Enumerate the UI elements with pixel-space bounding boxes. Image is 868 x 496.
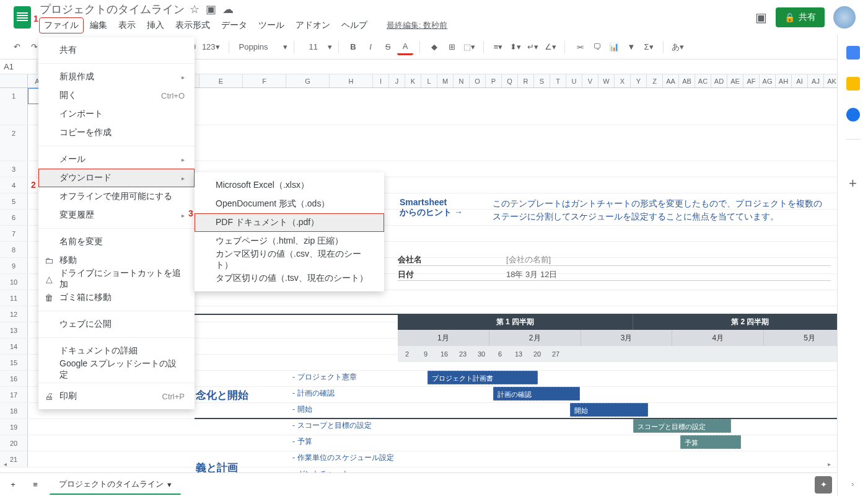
bold-button[interactable]: B xyxy=(345,39,361,55)
column-header[interactable]: Z xyxy=(647,74,663,87)
gantt-task-label[interactable]: -予算 xyxy=(292,436,312,447)
menu-format[interactable]: 表示形式 xyxy=(171,18,214,33)
explore-button[interactable]: ✦ xyxy=(815,476,832,494)
row-header[interactable]: 2 xyxy=(0,125,28,161)
column-header[interactable]: Q xyxy=(502,74,518,87)
column-header[interactable]: AC xyxy=(695,74,711,87)
download-ods[interactable]: OpenDocument 形式（.ods） xyxy=(195,195,384,213)
rotate-button[interactable]: ∠▾ xyxy=(542,39,558,55)
menu-addons[interactable]: アドオン xyxy=(291,18,335,33)
file-menu-offline[interactable]: オフラインで使用可能にする xyxy=(38,187,195,206)
column-header[interactable]: E xyxy=(199,74,243,87)
document-title[interactable]: プロジェクトのタイムライン xyxy=(40,2,185,17)
download-tsv[interactable]: タブ区切りの値（.tsv、現在のシート） xyxy=(195,269,384,288)
keep-addon-icon[interactable] xyxy=(846,77,860,91)
add-sheet-button[interactable]: + xyxy=(5,477,21,493)
borders-button[interactable]: ⊞ xyxy=(444,39,460,55)
column-header[interactable]: X xyxy=(615,74,631,87)
sheet-tab[interactable]: プロジェクトのタイムライン▾ xyxy=(50,474,181,495)
column-header[interactable]: R xyxy=(518,74,534,87)
column-header[interactable]: AA xyxy=(663,74,679,87)
column-header[interactable]: N xyxy=(454,74,470,87)
file-menu-rename[interactable]: 名前を変更 xyxy=(38,232,195,251)
gantt-task-label[interactable]: -スコープと目標の設定 xyxy=(292,420,372,431)
column-header[interactable]: AB xyxy=(679,74,695,87)
star-icon[interactable]: ☆ xyxy=(190,2,199,16)
halign-button[interactable]: ≡▾ xyxy=(490,39,506,55)
column-header[interactable]: Y xyxy=(631,74,647,87)
menu-data[interactable]: データ xyxy=(217,18,252,33)
more-formats-button[interactable]: 123▾ xyxy=(199,39,222,55)
row-header[interactable]: 18 xyxy=(0,403,28,418)
font-family-selector[interactable]: Poppins xyxy=(235,41,282,53)
file-menu-trash[interactable]: 🗑ゴミ箱に移動 xyxy=(38,288,195,307)
name-box[interactable]: A1 xyxy=(0,61,37,73)
scroll-right-icon[interactable]: ▸ xyxy=(828,461,831,467)
column-header[interactable]: O xyxy=(470,74,486,87)
column-header[interactable]: V xyxy=(582,74,598,87)
gantt-bar-scope[interactable]: スコープと目標の設定 xyxy=(633,419,731,433)
row-header[interactable]: 16 xyxy=(0,371,28,386)
column-header[interactable]: AD xyxy=(711,74,727,87)
row-header[interactable]: 5 xyxy=(0,193,28,209)
file-menu-shortcut[interactable]: △ドライブにショートカットを追加 xyxy=(38,270,195,288)
column-header[interactable]: F xyxy=(243,74,286,87)
row-header[interactable]: 6 xyxy=(0,210,28,225)
column-header[interactable]: W xyxy=(598,74,615,87)
file-menu-print[interactable]: 🖨印刷Ctrl+P xyxy=(38,387,195,405)
column-header[interactable]: AE xyxy=(727,74,743,87)
chart-button[interactable]: 📊 xyxy=(606,39,622,55)
gantt-bar-start[interactable]: 開始 xyxy=(570,403,648,417)
input-tools-button[interactable]: あ▾ xyxy=(670,39,686,55)
column-header[interactable]: K xyxy=(405,74,421,87)
row-header[interactable]: 4 xyxy=(0,177,28,193)
column-header[interactable]: S xyxy=(534,74,550,87)
column-header[interactable]: T xyxy=(550,74,566,87)
column-header[interactable]: AJ xyxy=(808,74,824,87)
filter-button[interactable]: ▼ xyxy=(623,39,639,55)
column-header[interactable]: U xyxy=(566,74,582,87)
scroll-left-icon[interactable]: ◂ xyxy=(4,461,7,467)
column-header[interactable]: J xyxy=(389,74,405,87)
gantt-task-label[interactable]: -作業単位のスケジュール設定 xyxy=(292,453,394,463)
row-header[interactable]: 13 xyxy=(0,322,28,338)
undo-button[interactable]: ↶ xyxy=(9,39,25,55)
valign-button[interactable]: ⬍▾ xyxy=(507,39,524,55)
text-color-button[interactable]: A xyxy=(397,39,413,55)
row-header[interactable]: 17 xyxy=(0,387,28,402)
column-header[interactable]: P xyxy=(486,74,502,87)
calendar-addon-icon[interactable] xyxy=(846,46,860,60)
italic-button[interactable]: I xyxy=(362,39,379,55)
company-value[interactable]: [会社の名前] xyxy=(506,254,551,265)
add-addon-button[interactable]: + xyxy=(849,175,857,192)
row-header[interactable]: 20 xyxy=(0,435,28,451)
row-header[interactable]: 1 xyxy=(0,88,28,125)
file-menu-open[interactable]: 開くCtrl+O xyxy=(38,86,195,105)
gantt-bar-budget[interactable]: 予算 xyxy=(680,435,741,449)
gantt-bar-review[interactable]: 計画の確認 xyxy=(493,387,580,401)
row-header[interactable]: 9 xyxy=(0,258,28,273)
row-header[interactable]: 11 xyxy=(0,290,28,306)
menu-file[interactable]: ファイル xyxy=(40,18,83,33)
font-size-selector[interactable]: 11 xyxy=(300,42,327,51)
move-icon[interactable]: ▣ xyxy=(206,2,216,16)
file-menu-settings[interactable]: Google スプレッドシートの設定 xyxy=(38,360,195,379)
menu-tools[interactable]: ツール xyxy=(254,18,289,33)
file-menu-download[interactable]: ダウンロード▸ xyxy=(38,169,195,187)
file-menu-details[interactable]: ドキュメントの詳細 xyxy=(38,342,195,360)
link-button[interactable]: ⫘ xyxy=(571,39,587,55)
column-header[interactable]: AF xyxy=(743,74,760,87)
download-html[interactable]: ウェブページ（.html、zip 圧縮） xyxy=(195,232,384,250)
row-header[interactable]: 15 xyxy=(0,355,28,370)
row-header[interactable]: 3 xyxy=(0,161,28,177)
account-avatar[interactable] xyxy=(833,6,856,29)
all-sheets-button[interactable]: ≡ xyxy=(27,477,43,493)
row-header[interactable]: 7 xyxy=(0,226,28,241)
file-menu-move[interactable]: 🗀移動 xyxy=(38,251,195,270)
select-all-corner[interactable] xyxy=(0,74,28,87)
column-header[interactable]: AG xyxy=(760,74,776,87)
row-header[interactable]: 19 xyxy=(0,419,28,435)
gantt-task-label[interactable]: -計画の確認 xyxy=(292,388,335,399)
file-menu-copy[interactable]: コピーを作成 xyxy=(38,123,195,142)
last-edit-link[interactable]: 最終編集: 数秒前 xyxy=(387,18,447,33)
